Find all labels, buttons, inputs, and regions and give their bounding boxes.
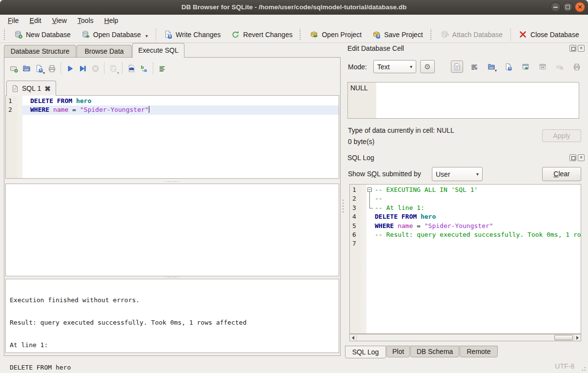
menu-edit[interactable]: Edit (25, 16, 46, 25)
open-project-label: Open Project (322, 31, 362, 39)
write-changes-button[interactable]: Write Changes (159, 28, 226, 41)
menu-help[interactable]: Help (100, 16, 123, 25)
edit-cell-header-buttons: × (569, 45, 585, 52)
word-wrap-button[interactable] (468, 61, 480, 73)
dock-tab-remote[interactable]: Remote (460, 346, 498, 357)
close-database-label: Close Database (530, 31, 579, 39)
code-token: "Spider-Youngster" (80, 106, 149, 113)
log-horizontal-scrollbar[interactable] (349, 334, 581, 341)
word-wrap-button[interactable] (156, 62, 168, 75)
float-panel-icon[interactable] (569, 45, 576, 52)
results-pane[interactable] (5, 184, 339, 276)
text-document-button[interactable] (451, 61, 463, 73)
close-panel-icon[interactable]: × (578, 154, 585, 161)
open-external-button[interactable] (519, 61, 531, 73)
tab-database-structure[interactable]: Database Structure (4, 45, 76, 58)
splitter-handle[interactable]: ······ (4, 275, 340, 279)
revert-changes-button[interactable]: Revert Changes (226, 28, 298, 41)
dock-tab-db-schema[interactable]: DB Schema (410, 346, 459, 357)
toolbar-drag-handle[interactable] (300, 29, 303, 40)
print-cell-button[interactable] (570, 61, 583, 73)
fold-collapse-icon[interactable]: − (367, 187, 372, 192)
print-button[interactable] (45, 62, 58, 75)
save-sql-file-button[interactable]: ▾ (33, 62, 45, 75)
code-text: DELETE FROM hero (374, 212, 581, 221)
open-sql-file-button[interactable] (20, 62, 33, 75)
log-line: 6-- Result: query executed successfully.… (350, 230, 581, 239)
close-icon[interactable]: × (575, 2, 585, 12)
fold-column (366, 204, 374, 212)
sql-log-viewer[interactable]: 1−-- EXECUTING ALL IN 'SQL 1' 2-- 3-- At… (349, 184, 581, 334)
apply-format-button[interactable]: ⚙ (420, 60, 435, 73)
log-line: 4DELETE FROM hero (350, 212, 581, 221)
code-text (374, 239, 581, 248)
tab-browse-data[interactable]: Browse Data (77, 45, 132, 58)
menu-view[interactable]: View (47, 16, 72, 25)
scroll-left-icon[interactable] (350, 334, 357, 341)
minimize-icon[interactable] (550, 2, 561, 12)
format-sql-button[interactable]: ba (138, 62, 150, 75)
log-line: 3-- At line 1: (350, 204, 581, 212)
window-title: DB Browser for SQLite - /home/user/code/… (0, 0, 588, 14)
toolbar-drag-handle[interactable] (4, 29, 7, 40)
new-tab-button[interactable] (7, 62, 20, 75)
cell-value-editor[interactable]: NULL (347, 82, 579, 119)
menu-file[interactable]: File (3, 16, 24, 25)
attach-database-button: Attach Database (435, 28, 508, 41)
save-icon (505, 63, 512, 71)
sql-editor[interactable]: 1DELETE FROM hero 2WHERE name = "Spider-… (5, 95, 339, 179)
new-database-button[interactable]: New Database (9, 28, 76, 41)
cell-value-text: NULL (348, 83, 376, 118)
editor-line[interactable]: 1DELETE FROM hero (6, 97, 339, 105)
scrollbar-thumb[interactable] (554, 335, 573, 340)
open-project-button[interactable]: Open Project (304, 28, 367, 41)
save-project-button[interactable]: Save Project (367, 28, 428, 41)
resize-grip-icon[interactable] (581, 366, 587, 372)
sql-log-header-buttons: × (569, 154, 585, 161)
close-panel-icon[interactable]: × (578, 45, 585, 52)
link-button[interactable] (536, 61, 548, 73)
new-database-label: New Database (26, 31, 71, 39)
open-database-button[interactable]: Open Database ▾ (76, 28, 153, 41)
dock-tab-plot[interactable]: Plot (386, 346, 410, 357)
code-token: -- At line 1: (375, 204, 425, 211)
execute-line-button[interactable] (76, 62, 89, 75)
toolbar-separator (510, 29, 511, 41)
scroll-right-icon[interactable] (574, 334, 581, 341)
log-filter-select[interactable]: User ▾ (432, 167, 483, 181)
import-button[interactable]: ▾ (485, 61, 497, 73)
save-sql-file-icon (35, 64, 43, 73)
menu-tools[interactable]: Tools (73, 16, 99, 25)
splitter-handle[interactable]: ······ (4, 180, 340, 183)
line-number: 3 (350, 204, 362, 212)
clear-log-button[interactable]: Clear (542, 167, 581, 181)
messages-pane[interactable]: Execution finished without errors. Resul… (5, 279, 339, 353)
fold-column: − (366, 186, 374, 194)
float-panel-icon[interactable] (569, 154, 576, 161)
execute-all-button[interactable] (63, 62, 76, 75)
close-tab-icon[interactable]: ✖ (44, 85, 51, 92)
toolbar-drag-handle[interactable] (430, 29, 433, 40)
fold-column (366, 222, 374, 230)
titlebar[interactable]: DB Browser for SQLite - /home/user/code/… (0, 0, 588, 15)
tab-execute-sql[interactable]: Execute SQL (132, 43, 184, 58)
encoding-indicator[interactable]: UTF-8 (555, 362, 574, 370)
set-null-icon (556, 63, 564, 71)
code-token: name (398, 222, 413, 229)
save-button[interactable] (502, 61, 514, 73)
maximize-icon[interactable] (563, 2, 573, 12)
save-sql-dropdown-icon[interactable]: ▾ (43, 71, 45, 75)
dock-tab-sql-log[interactable]: SQL Log (345, 346, 386, 358)
editor-line-current[interactable]: 2WHERE name = "Spider-Youngster" (6, 105, 339, 114)
mode-select[interactable]: Text ▾ (373, 60, 416, 73)
log-filter-value: User (436, 170, 450, 178)
import-dropdown-icon[interactable]: ▾ (495, 68, 497, 73)
line-number: 7 (350, 239, 362, 248)
find-button[interactable] (125, 62, 138, 75)
dock-splitter[interactable] (342, 57, 345, 356)
sql-tab-sql1[interactable]: SQL 1 ✖ (6, 81, 56, 96)
line-number: 4 (350, 212, 362, 221)
open-database-dropdown-icon[interactable]: ▾ (145, 33, 148, 39)
close-database-button[interactable]: Close Database (513, 28, 585, 41)
print-icon (573, 63, 581, 71)
